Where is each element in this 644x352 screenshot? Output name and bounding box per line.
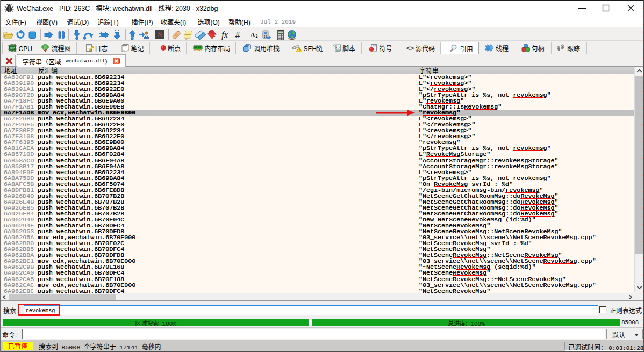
svg-text:<>: <>	[406, 44, 414, 52]
svg-text:<>: <>	[336, 45, 340, 49]
svg-text:#: #	[235, 31, 240, 40]
svg-text:32: 32	[10, 46, 14, 51]
svg-text:A: A	[250, 31, 255, 39]
svg-text:2: 2	[255, 34, 257, 39]
svg-text:S: S	[158, 31, 162, 39]
svg-text:fx: fx	[221, 30, 228, 40]
